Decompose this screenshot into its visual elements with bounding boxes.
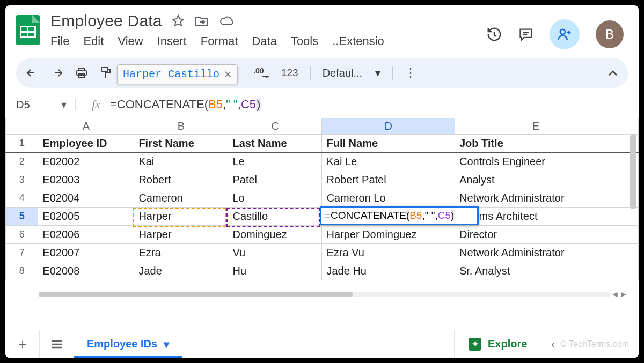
move-folder-icon[interactable]: [194, 14, 209, 27]
share-button[interactable]: [550, 19, 580, 49]
tab-scroll-left-button[interactable]: ‹: [551, 338, 555, 350]
redo-button[interactable]: [50, 68, 63, 78]
menu-extensions[interactable]: ..Extensio: [332, 34, 384, 48]
increase-decimal-button[interactable]: .00: [253, 67, 269, 79]
format-number-button[interactable]: 123: [281, 67, 298, 79]
print-button[interactable]: [75, 66, 88, 79]
cell[interactable]: E02006: [38, 226, 134, 244]
cell[interactable]: Castillo: [228, 208, 322, 226]
vertical-scrollbar[interactable]: [630, 134, 636, 209]
cell[interactable]: Last Name: [228, 135, 322, 153]
scroll-right-button[interactable]: ►: [619, 291, 628, 298]
history-icon[interactable]: [486, 26, 502, 42]
sheet-tab-active[interactable]: Employee IDs ▾: [74, 330, 182, 358]
caret-down-icon[interactable]: ▾: [164, 338, 169, 351]
doc-title[interactable]: Employee Data: [50, 12, 162, 30]
close-preview-button[interactable]: ✕: [224, 69, 232, 80]
cell[interactable]: Hu: [228, 262, 322, 280]
cell[interactable]: Director: [455, 226, 617, 244]
cell[interactable]: [617, 262, 638, 280]
menu-view[interactable]: View: [118, 34, 143, 48]
menu-file[interactable]: File: [50, 34, 69, 48]
star-icon[interactable]: [172, 14, 185, 27]
formula-bar-input[interactable]: =CONCATENATE(B5," ",C5): [110, 98, 261, 112]
cell[interactable]: First Name: [134, 135, 228, 153]
cell[interactable]: Ezra Vu: [322, 244, 455, 262]
watermark-text: © TechTerms.com: [560, 339, 629, 349]
cell[interactable]: Job Title: [455, 135, 617, 153]
col-header-b[interactable]: B: [134, 118, 228, 135]
menu-data[interactable]: Data: [252, 34, 276, 48]
cell[interactable]: Employee ID: [38, 135, 134, 153]
cell[interactable]: [617, 208, 638, 226]
cell[interactable]: Cameron: [134, 189, 228, 208]
cell[interactable]: E02008: [38, 262, 134, 280]
menu-format[interactable]: Format: [201, 34, 238, 48]
cell[interactable]: Le: [228, 153, 322, 171]
cell[interactable]: Ezra: [134, 244, 228, 262]
account-avatar[interactable]: B: [596, 20, 624, 48]
collapse-toolbar-button[interactable]: [608, 69, 618, 77]
col-header-extra[interactable]: [617, 118, 638, 135]
cell[interactable]: E02005: [38, 208, 134, 226]
menu-insert[interactable]: Insert: [157, 34, 187, 48]
cell[interactable]: Harper: [134, 226, 228, 244]
row-header[interactable]: 4: [6, 189, 38, 208]
cell[interactable]: Analyst: [455, 171, 617, 189]
row-header[interactable]: 8: [6, 262, 38, 280]
select-all-corner[interactable]: [6, 118, 38, 135]
cell[interactable]: Kai: [134, 153, 228, 171]
cell[interactable]: Controls Engineer: [455, 153, 617, 171]
cell[interactable]: Jade: [134, 262, 228, 280]
col-header-a[interactable]: A: [38, 118, 134, 135]
cell[interactable]: ystems Architect: [455, 208, 617, 226]
paint-format-button[interactable]: [100, 66, 112, 79]
row-header[interactable]: 5: [6, 208, 38, 226]
cell[interactable]: Robert: [134, 171, 228, 189]
add-sheet-button[interactable]: ＋: [5, 330, 40, 358]
comments-icon[interactable]: [518, 27, 533, 42]
row-header[interactable]: 1: [6, 135, 38, 153]
row-header[interactable]: 7: [6, 244, 38, 262]
cell[interactable]: Network Administrator: [455, 189, 617, 208]
cloud-status-icon[interactable]: [219, 15, 235, 27]
col-header-c[interactable]: C: [228, 118, 322, 135]
menu-tools[interactable]: Tools: [291, 34, 318, 48]
cell[interactable]: Dominguez: [228, 226, 322, 244]
cell[interactable]: Sr. Analyst: [455, 262, 617, 280]
cell[interactable]: [617, 244, 638, 262]
cell[interactable]: E02003: [38, 171, 134, 189]
row-header[interactable]: 6: [6, 226, 38, 244]
cell[interactable]: E02002: [38, 153, 134, 171]
cell[interactable]: Vu: [228, 244, 322, 262]
cell[interactable]: Kai Le: [322, 153, 455, 171]
horizontal-scrollbar[interactable]: ◄ ►: [39, 291, 628, 298]
cell[interactable]: E02004: [38, 189, 134, 208]
undo-button[interactable]: [26, 68, 39, 78]
cell[interactable]: E02007: [38, 244, 134, 262]
cell[interactable]: Patel: [228, 171, 322, 189]
explore-button[interactable]: ✦ Explore: [454, 330, 541, 358]
row-header[interactable]: 2: [6, 153, 38, 171]
menu-edit[interactable]: Edit: [83, 34, 104, 48]
cell[interactable]: Full Name: [322, 135, 455, 153]
cell[interactable]: [617, 226, 638, 244]
cell[interactable]: Robert Patel: [322, 171, 455, 189]
cell[interactable]: Jade Hu: [322, 262, 455, 280]
name-box[interactable]: D5 ▾: [16, 98, 70, 111]
scroll-left-button[interactable]: ◄: [611, 291, 619, 298]
header: Employee Data File Edit View Insert Form…: [5, 5, 639, 49]
row-header[interactable]: 3: [6, 171, 38, 189]
cell[interactable]: Lo: [228, 189, 322, 208]
cell[interactable]: Harper Dominguez: [322, 226, 455, 244]
cell[interactable]: Harper: [134, 208, 228, 226]
all-sheets-button[interactable]: [40, 330, 74, 358]
more-tools-button[interactable]: ⋮: [405, 66, 416, 80]
cell[interactable]: Network Administrator: [455, 244, 617, 262]
cell[interactable]: Cameron Lo: [322, 189, 455, 208]
active-cell-editor[interactable]: =CONCATENATE(B5," ",C5): [320, 206, 479, 225]
col-header-d[interactable]: D: [322, 118, 455, 135]
spreadsheet-grid[interactable]: A B C D E 1Employee IDFirst NameLast Nam…: [5, 118, 639, 280]
col-header-e[interactable]: E: [455, 118, 617, 135]
font-select[interactable]: Defaul... ▾: [323, 66, 380, 79]
